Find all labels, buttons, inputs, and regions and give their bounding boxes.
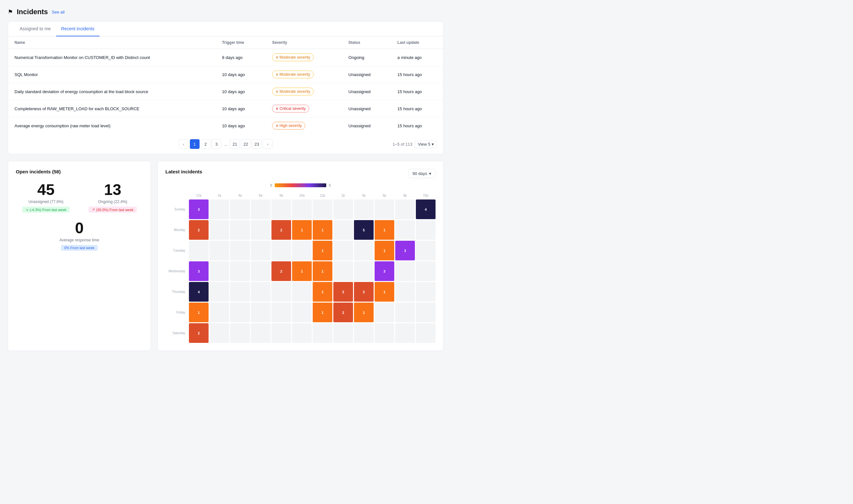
severity-badge: ⬆ Moderate severity <box>272 71 314 78</box>
cell-severity: ⬆ Moderate severity <box>266 66 342 83</box>
heatmap-cell <box>210 199 229 219</box>
page-21-button[interactable]: 21 <box>230 139 239 149</box>
heatmap-cell <box>230 241 250 260</box>
heatmap-cell <box>251 323 270 343</box>
unassigned-metric: 45 Unassigned (77.6%) ↘ (-4.3%) From las… <box>16 182 76 213</box>
heatmap-cell <box>251 199 270 219</box>
col-trigger: Trigger time <box>216 36 266 49</box>
cell-trigger: 10 days ago <box>216 83 266 100</box>
heatmap-cell: 3 <box>395 241 415 260</box>
heatmap-cell <box>210 220 229 240</box>
cell-name: Numerical Transformation Monitor on CUST… <box>8 49 216 66</box>
unassigned-label: Unassigned (77.6%) <box>16 199 76 204</box>
heatmap-cell <box>251 220 270 240</box>
days-select[interactable]: 90 days ▾ <box>408 169 436 178</box>
heatmap-cell <box>395 220 415 240</box>
heatmap-cell <box>251 241 270 260</box>
heatmap-cell <box>210 241 229 260</box>
heatmap-cell <box>333 220 353 240</box>
trending-down-icon: ↘ <box>25 208 29 212</box>
page-info: 1–5 of 113 View 5 ▾ <box>393 140 437 148</box>
incidents-table: Name Trigger time Severity Status Last u… <box>8 36 443 134</box>
heatmap-cell <box>210 282 229 302</box>
cell-trigger: 10 days ago <box>216 66 266 83</box>
prev-page-button[interactable]: ‹ <box>179 139 189 149</box>
heatmap-cell: 3 <box>189 262 209 281</box>
next-page-button[interactable]: › <box>263 139 272 149</box>
table-header-row: Name Trigger time Severity Status Last u… <box>8 36 443 49</box>
cell-severity: ⬆ Moderate severity <box>266 83 342 100</box>
table-row[interactable]: Average energy consumption (raw meter lo… <box>8 117 443 134</box>
pagination-row: ‹ 1 2 3 ... 21 22 23 › 1–5 of 113 View 5… <box>8 134 443 154</box>
heatmap-corner <box>165 192 188 198</box>
tab-recent[interactable]: Recent incidents <box>56 22 100 36</box>
heatmap-cell <box>251 262 270 281</box>
heatmap-cell: 1 <box>375 241 394 260</box>
page-2-button[interactable]: 2 <box>201 139 211 149</box>
heatmap-cell <box>230 323 250 343</box>
severity-icon: ⬆ <box>276 73 278 76</box>
heatmap-cell: 2 <box>271 220 291 240</box>
table-row[interactable]: Numerical Transformation Monitor on CUST… <box>8 49 443 66</box>
page-title: Incidents <box>17 8 48 16</box>
severity-icon: ⬆ <box>276 124 278 128</box>
cell-last-update: a minute ago <box>391 49 443 66</box>
heatmap-row-label: Tuesday <box>165 241 188 260</box>
heatmap-col-label: 6p <box>375 192 394 198</box>
page-1-button[interactable]: 1 <box>190 139 199 149</box>
heatmap-cell: 1 <box>375 282 394 302</box>
heatmap-cell <box>416 220 436 240</box>
heatmap-cell <box>395 303 415 322</box>
heatmap-col-label: 10p <box>416 192 436 198</box>
cell-last-update: 15 hours ago <box>391 100 443 117</box>
legend-min: 0 <box>270 183 272 187</box>
cell-severity: ⬆ High severity <box>266 117 342 134</box>
view-select[interactable]: View 5 ▾ <box>415 140 437 148</box>
heatmap-cell <box>271 282 291 302</box>
heatmap-row-label: Friday <box>165 303 188 322</box>
heatmap-cell: 1 <box>313 241 332 260</box>
heatmap-container: 12a2a4a6a8a10a12p2p4p6p8p10pSunday34Mond… <box>165 192 436 343</box>
heatmap-cell <box>292 303 312 322</box>
heatmap-cell <box>210 303 229 322</box>
heatmap-cell: 1 <box>354 303 374 322</box>
heatmap-cell <box>292 282 312 302</box>
latest-incidents-card: Latest incidents 90 days ▾ 0 5 12a2a4a6a… <box>157 161 444 351</box>
heatmap-col-label: 10a <box>292 192 312 198</box>
flag-icon: ⚑ <box>8 8 13 16</box>
col-severity: Severity <box>266 36 342 49</box>
heatmap-cell <box>230 199 250 219</box>
page-dots: ... <box>223 142 229 147</box>
table-row[interactable]: Daily standard deviation of energy consu… <box>8 83 443 100</box>
ongoing-change-text: (30.0%) From last week <box>96 208 134 212</box>
heatmap-cell <box>271 323 291 343</box>
heatmap-cell <box>251 282 270 302</box>
see-all-link[interactable]: See all <box>52 10 65 15</box>
cell-severity: ⬆ Moderate severity <box>266 49 342 66</box>
unassigned-change-text: (-4.3%) From last week <box>30 208 66 212</box>
page-22-button[interactable]: 22 <box>241 139 250 149</box>
severity-badge: ⬆ Moderate severity <box>272 88 314 95</box>
heatmap-row-label: Sunday <box>165 199 188 219</box>
heatmap-row-label: Monday <box>165 220 188 240</box>
heatmap-cell <box>333 262 353 281</box>
heatmap-cell: 3 <box>189 199 209 219</box>
cell-trigger: 10 days ago <box>216 100 266 117</box>
heatmap-cell <box>375 199 394 219</box>
heatmap-cell: 2 <box>333 282 353 302</box>
tab-assigned[interactable]: Assigned to me <box>15 22 56 36</box>
legend-bar <box>275 183 326 187</box>
severity-icon: ⬆ <box>276 56 278 59</box>
table-row[interactable]: Completeness of RAW_METER_LOAD for each … <box>8 100 443 117</box>
page-header: ⚑ Incidents See all <box>8 8 444 16</box>
heatmap-col-label: 8a <box>271 192 291 198</box>
heatmap-cell <box>395 262 415 281</box>
heatmap-cell: 1 <box>313 303 332 322</box>
page-count: 1–5 of 113 <box>393 142 412 147</box>
page-23-button[interactable]: 23 <box>252 139 262 149</box>
trending-up-icon: ↗ <box>92 208 95 212</box>
page-3-button[interactable]: 3 <box>212 139 221 149</box>
heatmap-cell <box>395 323 415 343</box>
cell-name: Completeness of RAW_METER_LOAD for each … <box>8 100 216 117</box>
table-row[interactable]: SQL Monitor 10 days ago ⬆ Moderate sever… <box>8 66 443 83</box>
